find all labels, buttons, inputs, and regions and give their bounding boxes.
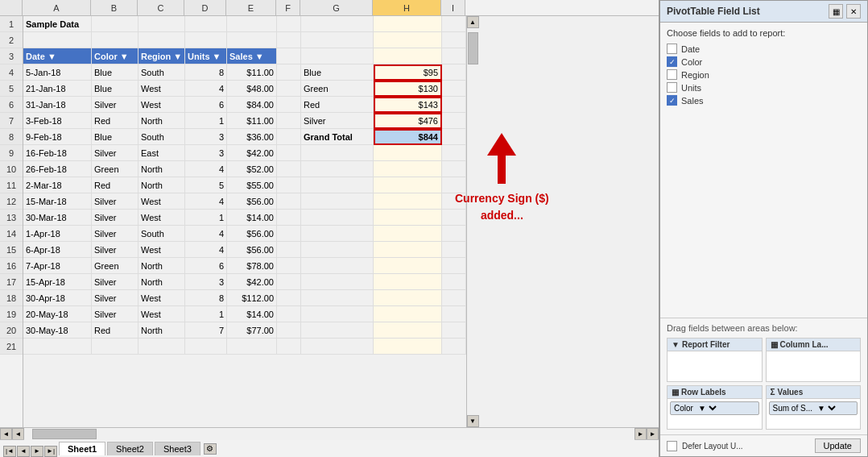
cell-G2[interactable] [301, 32, 374, 48]
cell-C17[interactable]: North [138, 274, 185, 290]
cell-B2[interactable] [92, 32, 138, 48]
cell-H14[interactable] [374, 226, 442, 242]
cell-C11[interactable]: North [138, 177, 185, 193]
cell-H7[interactable]: $476 [374, 113, 442, 129]
cell-H20[interactable] [374, 322, 442, 339]
field-list-layout-btn[interactable]: ▦ [829, 4, 843, 19]
cell-D5[interactable]: 4 [185, 81, 227, 97]
cell-C14[interactable]: South [138, 226, 185, 242]
field-list-close-btn[interactable]: ✕ [846, 4, 861, 19]
cell-D13[interactable]: 1 [185, 210, 227, 226]
cell-B14[interactable]: Silver [92, 226, 138, 242]
cell-A21[interactable] [23, 339, 92, 355]
cell-F10[interactable] [277, 161, 301, 177]
cell-G15[interactable] [301, 242, 374, 258]
color-tag-select[interactable]: ▼ [695, 403, 719, 413]
cell-H12[interactable] [374, 193, 442, 210]
cell-E20[interactable]: $77.00 [227, 322, 277, 339]
cell-I10[interactable] [442, 161, 466, 177]
cell-E13[interactable]: $14.00 [227, 210, 277, 226]
cell-H19[interactable] [374, 306, 442, 322]
cell-C19[interactable]: West [138, 306, 185, 322]
cell-G3[interactable] [301, 48, 374, 64]
cell-F8[interactable] [277, 129, 301, 145]
col-header-A[interactable]: A [23, 0, 91, 15]
cell-G9[interactable] [301, 145, 374, 161]
cell-A16[interactable]: 7-Apr-18 [23, 258, 92, 274]
cell-D21[interactable] [185, 339, 227, 355]
cell-G21[interactable] [301, 339, 374, 355]
cell-B8[interactable]: Blue [92, 129, 138, 145]
cell-H4[interactable]: $95 [374, 64, 442, 81]
cell-I8[interactable] [442, 129, 466, 145]
cell-I1[interactable] [442, 16, 466, 32]
cell-E7[interactable]: $11.00 [227, 113, 277, 129]
cell-C6[interactable]: West [138, 97, 185, 113]
cell-B11[interactable]: Red [92, 177, 138, 193]
cell-D14[interactable]: 4 [185, 226, 227, 242]
cell-C21[interactable] [138, 339, 185, 355]
region-checkbox[interactable] [667, 69, 677, 80]
cell-A2[interactable] [23, 32, 92, 48]
cell-A8[interactable]: 9-Feb-18 [23, 129, 92, 145]
scroll-right-arrow2[interactable]: ► [647, 428, 659, 440]
col-header-G[interactable]: G [300, 0, 373, 15]
cell-C12[interactable]: West [138, 193, 185, 210]
cell-G5[interactable]: Green [301, 81, 374, 97]
cell-F13[interactable] [277, 210, 301, 226]
cell-I2[interactable] [442, 32, 466, 48]
vertical-scrollbar[interactable]: ▲ ▼ [466, 16, 478, 427]
sum-tag-select[interactable]: ▼ [814, 403, 838, 413]
cell-G6[interactable]: Red [301, 97, 374, 113]
scroll-down-arrow[interactable]: ▼ [467, 415, 479, 427]
cell-A15[interactable]: 6-Apr-18 [23, 242, 92, 258]
cell-B19[interactable]: Silver [92, 306, 138, 322]
scroll-thumb[interactable] [468, 32, 478, 64]
cell-A19[interactable]: 20-May-18 [23, 306, 92, 322]
color-checkbox[interactable] [667, 56, 677, 67]
cell-I7[interactable] [442, 113, 466, 129]
cell-B7[interactable]: Red [92, 113, 138, 129]
cell-D16[interactable]: 6 [185, 258, 227, 274]
cell-H21[interactable] [374, 339, 442, 355]
cell-E18[interactable]: $112.00 [227, 290, 277, 306]
sheet-tab-3[interactable]: Sheet3 [155, 442, 200, 455]
cell-G16[interactable] [301, 258, 374, 274]
cell-H9[interactable] [374, 145, 442, 161]
cell-E14[interactable]: $56.00 [227, 226, 277, 242]
col-header-D[interactable]: D [184, 0, 226, 15]
cell-I14[interactable] [442, 226, 466, 242]
cell-E12[interactable]: $56.00 [227, 193, 277, 210]
cell-F16[interactable] [277, 258, 301, 274]
cell-C2[interactable] [138, 32, 185, 48]
cell-E10[interactable]: $52.00 [227, 161, 277, 177]
scroll-left-arrow2[interactable]: ◄ [12, 428, 24, 440]
cell-E8[interactable]: $36.00 [227, 129, 277, 145]
cell-I19[interactable] [442, 306, 466, 322]
cell-H1[interactable] [374, 16, 442, 32]
cell-G11[interactable] [301, 177, 374, 193]
cell-G20[interactable] [301, 322, 374, 339]
cell-D7[interactable]: 1 [185, 113, 227, 129]
cell-F15[interactable] [277, 242, 301, 258]
cell-F6[interactable] [277, 97, 301, 113]
cell-F4[interactable] [277, 64, 301, 81]
cell-I4[interactable] [442, 64, 466, 81]
cell-D6[interactable]: 6 [185, 97, 227, 113]
cell-I16[interactable] [442, 258, 466, 274]
cell-F17[interactable] [277, 274, 301, 290]
cell-C5[interactable]: West [138, 81, 185, 97]
cell-B15[interactable]: Silver [92, 242, 138, 258]
cell-I20[interactable] [442, 322, 466, 339]
cell-E17[interactable]: $42.00 [227, 274, 277, 290]
cell-D2[interactable] [185, 32, 227, 48]
cell-A17[interactable]: 15-Apr-18 [23, 274, 92, 290]
cell-E16[interactable]: $78.00 [227, 258, 277, 274]
cell-G17[interactable] [301, 274, 374, 290]
cell-G10[interactable] [301, 161, 374, 177]
cell-H6[interactable]: $143 [374, 97, 442, 113]
cell-F11[interactable] [277, 177, 301, 193]
cell-E11[interactable]: $55.00 [227, 177, 277, 193]
cell-A20[interactable]: 30-May-18 [23, 322, 92, 339]
cell-G18[interactable] [301, 290, 374, 306]
